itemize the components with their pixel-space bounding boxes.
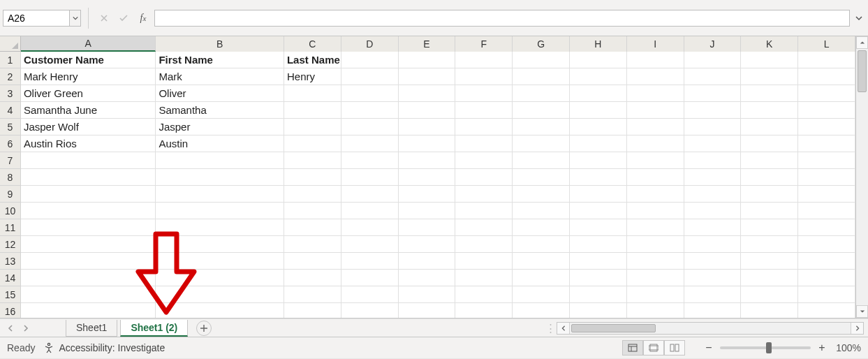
column-header-A[interactable]: A xyxy=(21,36,156,52)
cell-J13[interactable] xyxy=(684,253,742,270)
cell-C3[interactable] xyxy=(284,85,341,102)
cell-K5[interactable] xyxy=(741,119,798,135)
cell-K12[interactable] xyxy=(741,236,798,253)
cell-C10[interactable] xyxy=(284,203,341,219)
cell-E15[interactable] xyxy=(399,286,456,303)
cell-G2[interactable] xyxy=(513,68,570,85)
hscroll-thumb[interactable] xyxy=(571,324,656,332)
cell-A2[interactable]: Mark Henry xyxy=(21,68,156,85)
cell-J14[interactable] xyxy=(684,270,742,286)
cell-F4[interactable] xyxy=(455,102,513,119)
cell-B1[interactable]: First Name xyxy=(156,52,284,68)
zoom-slider-thumb[interactable] xyxy=(766,342,772,353)
cell-J16[interactable] xyxy=(684,303,742,318)
cell-L9[interactable] xyxy=(798,186,855,203)
cell-G9[interactable] xyxy=(513,186,570,203)
column-header-H[interactable]: H xyxy=(570,36,627,52)
cell-G4[interactable] xyxy=(513,102,570,119)
cell-K11[interactable] xyxy=(741,219,798,236)
vertical-scrollbar[interactable] xyxy=(855,36,868,318)
cell-H7[interactable] xyxy=(570,152,627,169)
cell-L11[interactable] xyxy=(798,219,855,236)
row-header-3[interactable]: 3 xyxy=(0,85,21,102)
column-header-C[interactable]: C xyxy=(284,36,341,52)
scroll-up-button[interactable] xyxy=(856,36,868,49)
cell-I14[interactable] xyxy=(627,270,684,286)
cell-E2[interactable] xyxy=(399,68,456,85)
page-layout-view-button[interactable] xyxy=(643,340,664,356)
confirm-formula-button[interactable] xyxy=(115,10,132,27)
cell-D12[interactable] xyxy=(341,236,399,253)
cell-E5[interactable] xyxy=(399,119,456,135)
cell-I16[interactable] xyxy=(627,303,684,318)
cell-C13[interactable] xyxy=(284,253,341,270)
hscroll-right-button[interactable] xyxy=(851,323,863,334)
cell-I6[interactable] xyxy=(627,135,684,152)
cell-C4[interactable] xyxy=(284,102,341,119)
cell-E16[interactable] xyxy=(399,303,456,318)
cell-B2[interactable]: Mark xyxy=(156,68,284,85)
cell-D6[interactable] xyxy=(341,135,399,152)
formula-input[interactable] xyxy=(154,10,850,27)
cell-L14[interactable] xyxy=(798,270,855,286)
cell-D7[interactable] xyxy=(341,152,399,169)
cell-E9[interactable] xyxy=(399,186,456,203)
cell-E1[interactable] xyxy=(399,52,456,68)
cell-G13[interactable] xyxy=(513,253,570,270)
cell-B16[interactable] xyxy=(156,303,284,318)
cell-I13[interactable] xyxy=(627,253,684,270)
cell-C8[interactable] xyxy=(284,169,341,186)
cell-C12[interactable] xyxy=(284,236,341,253)
cell-J11[interactable] xyxy=(684,219,742,236)
cell-L16[interactable] xyxy=(798,303,855,318)
cell-C15[interactable] xyxy=(284,286,341,303)
cell-A13[interactable] xyxy=(21,253,156,270)
cell-E6[interactable] xyxy=(399,135,456,152)
zoom-out-button[interactable]: − xyxy=(703,342,714,353)
cell-F9[interactable] xyxy=(455,186,513,203)
cell-C6[interactable] xyxy=(284,135,341,152)
cell-A1[interactable]: Customer Name xyxy=(21,52,156,68)
cell-G7[interactable] xyxy=(513,152,570,169)
cell-H12[interactable] xyxy=(570,236,627,253)
cell-D16[interactable] xyxy=(341,303,399,318)
column-header-G[interactable]: G xyxy=(513,36,570,52)
cell-F15[interactable] xyxy=(455,286,513,303)
cell-L4[interactable] xyxy=(798,102,855,119)
cell-J12[interactable] xyxy=(684,236,742,253)
cell-I4[interactable] xyxy=(627,102,684,119)
cell-G16[interactable] xyxy=(513,303,570,318)
cell-D14[interactable] xyxy=(341,270,399,286)
column-header-I[interactable]: I xyxy=(627,36,684,52)
cell-B13[interactable] xyxy=(156,253,284,270)
row-header-14[interactable]: 14 xyxy=(0,270,21,286)
cell-K13[interactable] xyxy=(741,253,798,270)
normal-view-button[interactable] xyxy=(622,340,643,356)
cell-F12[interactable] xyxy=(455,236,513,253)
cell-D11[interactable] xyxy=(341,219,399,236)
cell-J9[interactable] xyxy=(684,186,742,203)
cell-H15[interactable] xyxy=(570,286,627,303)
cell-G8[interactable] xyxy=(513,169,570,186)
cell-I1[interactable] xyxy=(627,52,684,68)
cell-H14[interactable] xyxy=(570,270,627,286)
tab-nav-prev[interactable] xyxy=(4,322,17,335)
row-header-2[interactable]: 2 xyxy=(0,68,21,85)
cell-F2[interactable] xyxy=(455,68,513,85)
cell-I11[interactable] xyxy=(627,219,684,236)
cell-G3[interactable] xyxy=(513,85,570,102)
cell-A16[interactable] xyxy=(21,303,156,318)
row-header-1[interactable]: 1 xyxy=(0,52,21,68)
scroll-thumb[interactable] xyxy=(858,50,867,92)
cell-H4[interactable] xyxy=(570,102,627,119)
cell-A4[interactable]: Samantha June xyxy=(21,102,156,119)
cell-H8[interactable] xyxy=(570,169,627,186)
cell-E12[interactable] xyxy=(399,236,456,253)
cell-J2[interactable] xyxy=(684,68,742,85)
cell-B6[interactable]: Austin xyxy=(156,135,284,152)
cell-D8[interactable] xyxy=(341,169,399,186)
cell-E3[interactable] xyxy=(399,85,456,102)
cell-K16[interactable] xyxy=(741,303,798,318)
cell-G11[interactable] xyxy=(513,219,570,236)
cell-F14[interactable] xyxy=(455,270,513,286)
